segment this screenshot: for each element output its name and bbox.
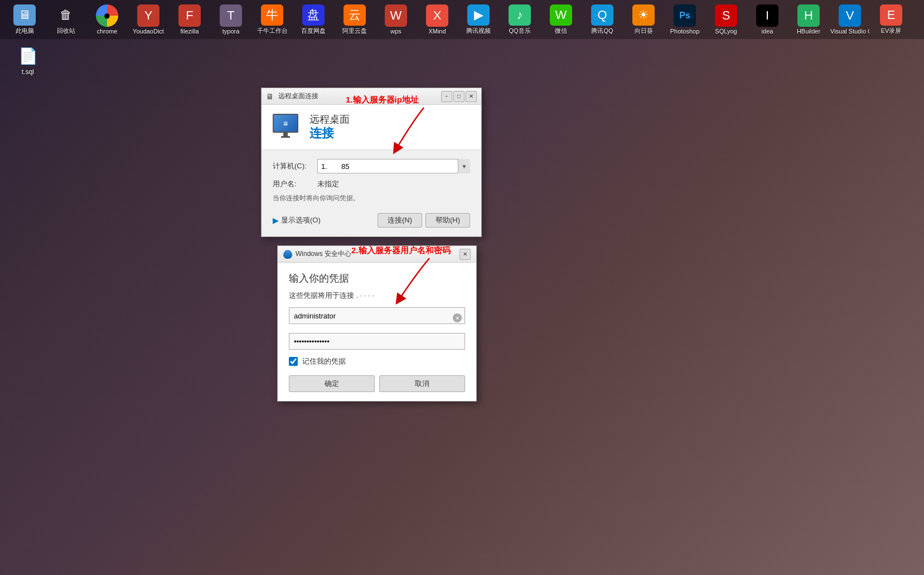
taskbar-item-阿里云盘[interactable]: 云阿里云盘 (335, 2, 375, 37)
taskbar-icon-SQLyog: S (715, 4, 737, 27)
taskbar-icon-chrome: ● (96, 4, 118, 27)
taskbar-icon-向日葵: ☀ (632, 4, 655, 26)
sec-title-text: Windows 安全中心 (296, 249, 351, 259)
taskbar-icon-阿里云盘: 云 (344, 4, 366, 26)
taskbar-item-百度网盘[interactable]: 盘百度网盘 (293, 2, 333, 37)
taskbar-item-回收站[interactable]: 🗑回收站 (46, 2, 86, 37)
taskbar-icon-XMind: X (426, 4, 448, 27)
taskbar-item-此电脑[interactable]: 🖥此电脑 (4, 2, 45, 37)
rdp-user-label: 用户名: (273, 179, 317, 189)
taskbar-label-HBuilder: HBuilder (797, 28, 820, 35)
taskbar-item-腾讯QQ[interactable]: Q腾讯QQ (582, 2, 622, 37)
taskbar-label-微信: 微信 (555, 27, 567, 35)
rdp-dropdown-btn[interactable]: ▼ (458, 159, 470, 173)
desktop: 🖥此电脑🗑回收站●chromeYYoudaoDictFfilezillaTtyp… (0, 0, 924, 575)
taskbar-item-chrome[interactable]: ●chrome (87, 2, 127, 37)
taskbar-label-Photoshop: Photoshop (670, 28, 700, 35)
taskbar-label-QQ音乐: QQ音乐 (509, 27, 530, 35)
taskbar-item-idea[interactable]: Iidea (747, 2, 787, 37)
taskbar-label-chrome: chrome (97, 28, 118, 35)
taskbar-icon-腾讯视频: ▶ (467, 4, 490, 26)
taskbar-item-腾讯视频[interactable]: ▶腾讯视频 (458, 2, 499, 37)
rdp-minimize-btn[interactable]: − (441, 91, 452, 102)
sec-ok-btn[interactable]: 确定 (289, 375, 375, 392)
taskbar-item-HBuilder[interactable]: HHBuilder (788, 2, 829, 37)
taskbar-item-EV录屏[interactable]: EEV录屏 (871, 2, 911, 37)
taskbar-icon-EV录屏: E (880, 4, 902, 26)
taskbar: 🖥此电脑🗑回收站●chromeYYoudaoDictFfilezillaTtyp… (0, 0, 924, 39)
taskbar-item-向日葵[interactable]: ☀向日葵 (623, 2, 664, 37)
taskbar-item-YoudaoDict[interactable]: YYoudaoDict (128, 2, 168, 37)
taskbar-icon-filezilla: F (178, 4, 201, 27)
taskbar-icon-腾讯QQ: Q (591, 4, 613, 26)
sec-remember-checkbox[interactable] (289, 357, 298, 366)
tsql-icon: 📄 (17, 45, 39, 67)
taskbar-icon-此电脑: 🖥 (13, 4, 36, 26)
sec-footer: 确定 取消 (289, 375, 465, 392)
rdp-titlebar-left: 🖥 远程桌面连接 (266, 91, 318, 101)
taskbar-item-Photoshop[interactable]: PsPhotoshop (665, 2, 705, 37)
rdp-help-btn[interactable]: 帮助(H) (425, 213, 470, 228)
taskbar-label-此电脑: 此电脑 (16, 27, 34, 35)
taskbar-icon-Photoshop: Ps (674, 4, 696, 27)
rdp-body: 计算机(C): ▼ 用户名: 未指定 当你连接时将向你询问凭据。 ▶ 显示选项(… (262, 150, 481, 236)
rdp-footer: ▶ 显示选项(O) 连接(N) 帮助(H) (273, 211, 470, 228)
rdp-titlebar: 🖥 远程桌面连接 − □ ✕ (262, 88, 481, 105)
rdp-show-options-label: 显示选项(O) (281, 215, 321, 225)
sec-desc: 这些凭据将用于连接 . · · · · (289, 291, 465, 301)
sec-remember-label: 记住我的凭据 (302, 356, 346, 366)
sec-username-input[interactable] (289, 307, 465, 324)
sec-body: 输入你的凭据 这些凭据将用于连接 . · · · · ✕ 记住我的凭据 确定 取… (278, 263, 476, 401)
taskbar-label-idea: idea (762, 28, 773, 35)
sec-close-btn[interactable]: ✕ (459, 249, 471, 260)
taskbar-label-SQLyog: SQLyog (715, 28, 737, 35)
sec-server-address: · · · · (360, 291, 374, 299)
taskbar-item-QQ音乐[interactable]: ♪QQ音乐 (500, 2, 540, 37)
taskbar-label-腾讯QQ: 腾讯QQ (591, 27, 613, 35)
taskbar-item-filezilla[interactable]: Ffilezilla (170, 2, 210, 37)
rdp-computer-input[interactable] (317, 159, 470, 173)
taskbar-item-Visual Studio Code[interactable]: VVisual Studio Code (830, 2, 870, 37)
rdp-show-options[interactable]: ▶ 显示选项(O) (273, 215, 321, 225)
rdp-close-btn[interactable]: ✕ (466, 91, 477, 102)
taskbar-icon-wps: W (385, 4, 407, 27)
rdp-title-zh: 远程桌面 (309, 114, 470, 126)
taskbar-label-阿里云盘: 阿里云盘 (342, 27, 367, 35)
sec-titlebar: Windows 安全中心 ✕ (278, 246, 476, 263)
taskbar-item-千牛工作台[interactable]: 牛千牛工作台 (252, 2, 292, 37)
taskbar-icon-回收站: 🗑 (55, 4, 77, 26)
sec-username-wrapper: ✕ (289, 307, 465, 328)
rdp-computer-row: 计算机(C): ▼ (273, 159, 470, 173)
taskbar-item-微信[interactable]: W微信 (541, 2, 581, 37)
taskbar-icon-千牛工作台: 牛 (261, 4, 283, 26)
rdp-computer-input-wrapper: ▼ (317, 159, 470, 173)
taskbar-label-typora: typora (222, 28, 240, 35)
rdp-user-value: 未指定 (317, 179, 339, 189)
rdp-monitor-icon: 🖥 (273, 114, 298, 133)
sec-cancel-btn[interactable]: 取消 (379, 375, 465, 392)
taskbar-item-XMind[interactable]: XXMind (417, 2, 457, 37)
rdp-note: 当你连接时将向你询问凭据。 (273, 194, 470, 203)
desktop-icon-tsql[interactable]: 📄 t.sql (8, 45, 48, 76)
rdp-titlebar-icon: 🖥 (266, 92, 275, 101)
taskbar-icon-百度网盘: 盘 (302, 4, 325, 26)
taskbar-label-百度网盘: 百度网盘 (301, 27, 326, 35)
security-dialog: Windows 安全中心 ✕ 输入你的凭据 这些凭据将用于连接 . · · · … (277, 245, 477, 402)
taskbar-label-XMind: XMind (428, 28, 446, 35)
rdp-connect-btn[interactable]: 连接(N) (378, 213, 422, 228)
taskbar-icon-YoudaoDict: Y (137, 4, 159, 27)
taskbar-label-腾讯视频: 腾讯视频 (466, 27, 491, 35)
sec-username-clear-btn[interactable]: ✕ (453, 313, 462, 322)
sec-titlebar-title: Windows 安全中心 (283, 249, 351, 259)
taskbar-label-回收站: 回收站 (57, 27, 75, 35)
taskbar-icon-HBuilder: H (797, 4, 820, 27)
taskbar-item-wps[interactable]: Wwps (376, 2, 416, 37)
taskbar-icon-idea: I (756, 4, 778, 27)
rdp-restore-btn[interactable]: □ (453, 91, 465, 102)
rdp-subtitle: 连接 (309, 126, 470, 141)
sec-password-input[interactable] (289, 333, 465, 350)
taskbar-label-wps: wps (390, 28, 401, 35)
taskbar-icon-typora: T (220, 4, 242, 27)
taskbar-item-SQLyog[interactable]: SSQLyog (706, 2, 746, 37)
taskbar-item-typora[interactable]: Ttypora (211, 2, 251, 37)
